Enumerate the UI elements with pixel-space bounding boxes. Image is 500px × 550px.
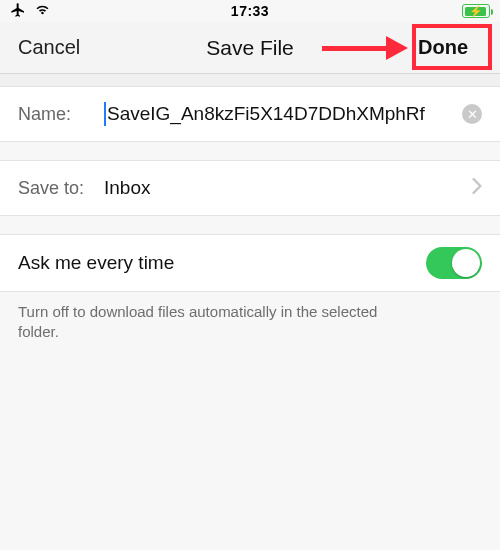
save-to-row[interactable]: Save to: Inbox [0,160,500,216]
clock: 17:33 [231,3,269,19]
status-bar: 17:33 ⚡ [0,0,500,22]
done-button[interactable]: Done [404,32,482,63]
chevron-right-icon [472,178,482,198]
ask-every-time-toggle[interactable] [426,247,482,279]
battery-charging-icon: ⚡ [462,4,490,18]
filename-input[interactable]: SaveIG_An8kzFi5X14D7DDhXMphRf ✕ [104,102,482,126]
text-cursor [104,102,106,126]
toggle-knob [452,249,480,277]
wifi-icon [34,3,51,19]
ask-every-time-label: Ask me every time [18,252,174,274]
clear-text-icon[interactable]: ✕ [462,104,482,124]
airplane-mode-icon [10,2,26,21]
filename-value: SaveIG_An8kzFi5X14D7DDhXMphRf [107,103,456,125]
name-row[interactable]: Name: SaveIG_An8kzFi5X14D7DDhXMphRf ✕ [0,86,500,142]
name-label: Name: [18,104,104,125]
ask-every-time-row: Ask me every time [0,234,500,292]
page-title: Save File [206,36,294,60]
cancel-button[interactable]: Cancel [18,36,80,59]
save-to-label: Save to: [18,178,104,199]
footer-hint: Turn off to download files automatically… [0,292,400,353]
navigation-bar: Cancel Save File Done [0,22,500,74]
save-to-value: Inbox [104,177,464,199]
section-spacer [0,74,500,86]
